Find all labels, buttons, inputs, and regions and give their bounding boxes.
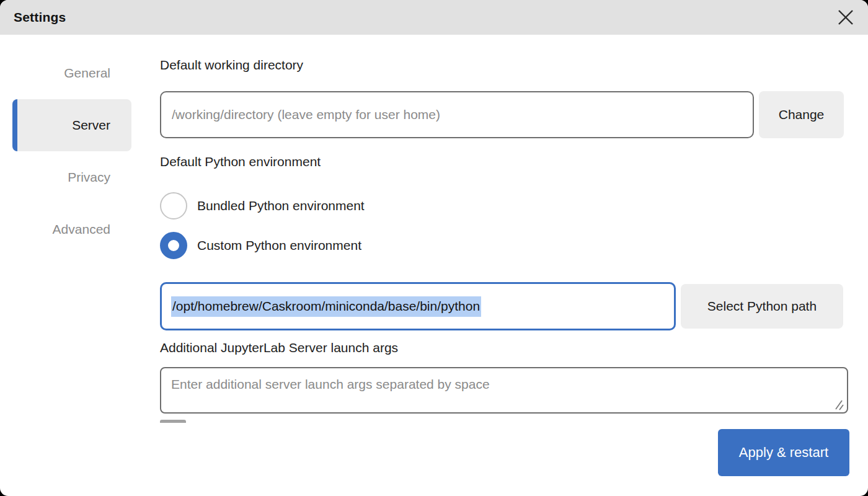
sidebar-item-label: Server [72, 118, 110, 133]
python-environment-label: Default Python environment [160, 154, 321, 169]
apply-and-restart-button[interactable]: Apply & restart [718, 429, 849, 476]
sidebar-item-advanced[interactable]: Advanced [12, 203, 131, 255]
python-path-selected-text: /opt/homebrew/Caskroom/miniconda/base/bi… [171, 296, 481, 317]
settings-sidebar: General Server Privacy Advanced [12, 47, 131, 255]
sidebar-item-label: Advanced [53, 222, 110, 237]
close-button[interactable] [833, 5, 858, 30]
radio-unchecked-icon[interactable] [160, 192, 187, 219]
select-python-path-button[interactable]: Select Python path [681, 284, 843, 329]
clipped-checkbox-top [160, 420, 186, 423]
selected-accent-bar [12, 99, 17, 151]
sidebar-item-label: General [64, 66, 110, 81]
window-title: Settings [14, 10, 66, 25]
launch-args-label: Additional JupyterLab Server launch args [160, 340, 398, 355]
launch-args-textarea[interactable] [160, 367, 848, 414]
settings-dialog: Settings General Server Privacy Advanced… [0, 0, 868, 496]
python-path-input[interactable]: /opt/homebrew/Caskroom/miniconda/base/bi… [160, 282, 676, 330]
sidebar-item-server[interactable]: Server [12, 99, 131, 151]
sidebar-item-label: Privacy [68, 170, 110, 185]
sidebar-item-general[interactable]: General [12, 47, 131, 99]
x-close-icon [837, 9, 854, 26]
radio-label: Bundled Python environment [197, 198, 365, 213]
radio-custom-python[interactable]: Custom Python environment [160, 232, 361, 259]
radio-bundled-python[interactable]: Bundled Python environment [160, 192, 365, 219]
sidebar-item-privacy[interactable]: Privacy [12, 151, 131, 203]
radio-label: Custom Python environment [197, 238, 361, 253]
working-directory-label: Default working directory [160, 58, 303, 73]
working-directory-input[interactable] [160, 91, 754, 138]
change-button[interactable]: Change [759, 91, 844, 138]
radio-checked-icon[interactable] [160, 232, 187, 259]
titlebar: Settings [0, 0, 868, 35]
